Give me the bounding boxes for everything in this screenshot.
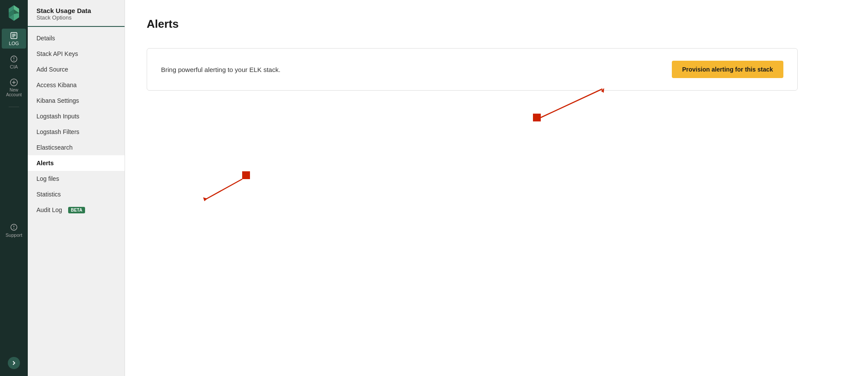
icon-nav: LOG CIA New Account Support — [0, 0, 28, 376]
nav-item-log[interactable]: LOG — [2, 29, 26, 49]
sidebar-header: Stack Usage Data Stack Options — [28, 0, 125, 27]
sidebar: Stack Usage Data Stack Options DetailsSt… — [28, 0, 125, 376]
provision-alerting-button[interactable]: Provision alerting for this stack — [672, 61, 783, 78]
svg-point-12 — [13, 60, 14, 61]
sidebar-item-logstash-inputs[interactable]: Logstash Inputs — [28, 108, 125, 124]
nav-item-cia[interactable]: CIA — [2, 52, 26, 72]
page-title: Alerts — [147, 17, 846, 31]
nav-item-support[interactable]: Support — [2, 220, 26, 240]
alert-banner: Bring powerful alerting to your ELK stac… — [147, 48, 798, 91]
sidebar-item-add-source[interactable]: Add Source — [28, 62, 125, 77]
svg-marker-3 — [14, 13, 19, 21]
sidebar-item-alerts[interactable]: Alerts — [28, 155, 125, 171]
svg-point-18 — [13, 228, 14, 229]
alert-banner-text: Bring powerful alerting to your ELK stac… — [161, 66, 280, 73]
main-content: Alerts Bring powerful alerting to your E… — [125, 0, 868, 376]
app-logo — [5, 4, 23, 22]
svg-line-23 — [541, 89, 602, 118]
svg-rect-19 — [242, 171, 250, 179]
svg-line-20 — [205, 179, 242, 199]
sidebar-item-statistics[interactable]: Statistics — [28, 186, 125, 202]
stack-title: Stack Usage Data — [36, 7, 116, 14]
sidebar-menu: DetailsStack API KeysAdd SourceAccess Ki… — [28, 27, 125, 376]
sidebar-item-kibana-settings[interactable]: Kibana Settings — [28, 93, 125, 108]
sidebar-item-stack-api-keys[interactable]: Stack API Keys — [28, 46, 125, 62]
sidebar-item-elasticsearch[interactable]: Elasticsearch — [28, 140, 125, 155]
nav-divider — [9, 107, 19, 107]
svg-rect-22 — [533, 114, 541, 121]
nav-item-new-account[interactable]: New Account — [2, 75, 26, 100]
expand-sidebar-button[interactable] — [8, 357, 20, 369]
sidebar-item-log-files[interactable]: Log files — [28, 171, 125, 186]
svg-marker-21 — [203, 197, 207, 201]
stack-subtitle: Stack Options — [36, 14, 116, 21]
sidebar-item-audit-log[interactable]: Audit LogBETA — [28, 202, 125, 218]
sidebar-item-details[interactable]: Details — [28, 30, 125, 46]
sidebar-item-logstash-filters[interactable]: Logstash Filters — [28, 124, 125, 140]
sidebar-item-access-kibana[interactable]: Access Kibana — [28, 77, 125, 93]
